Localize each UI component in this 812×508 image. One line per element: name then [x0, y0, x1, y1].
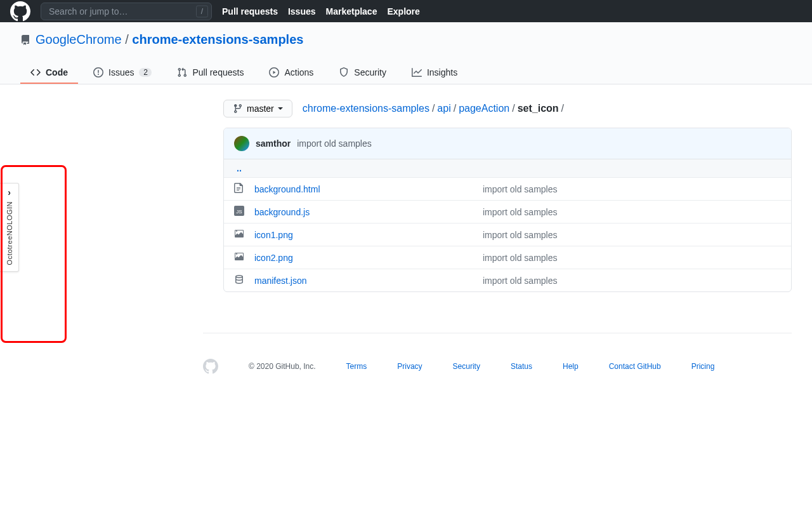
file-row[interactable]: manifest.jsonimport old samples — [224, 269, 791, 291]
file-commit-msg[interactable]: import old samples — [483, 184, 781, 194]
footer-pricing[interactable]: Pricing — [691, 362, 715, 371]
nav-explore[interactable]: Explore — [387, 6, 419, 17]
nav-issues[interactable]: Issues — [288, 6, 316, 17]
breadcrumb-api[interactable]: api — [437, 103, 450, 114]
tab-code-label: Code — [46, 67, 68, 77]
footer-links: Terms Privacy Security Status Help Conta… — [346, 362, 792, 371]
file-type-icon: JS — [234, 206, 254, 218]
tab-security-label: Security — [354, 67, 386, 77]
tab-actions[interactable]: Actions — [259, 62, 324, 84]
file-row[interactable]: icon1.pngimport old samples — [224, 224, 791, 246]
tab-pulls-label: Pull requests — [192, 67, 244, 77]
repo-owner-link[interactable]: GoogleChrome — [36, 32, 122, 46]
tab-issues[interactable]: Issues 2 — [83, 62, 162, 84]
shield-icon — [339, 67, 349, 77]
file-row[interactable]: icon2.pngimport old samples — [224, 246, 791, 269]
footer-terms[interactable]: Terms — [346, 362, 367, 371]
play-icon — [269, 67, 279, 77]
tab-code[interactable]: Code — [20, 62, 78, 84]
file-name-link[interactable]: background.html — [254, 184, 483, 194]
search-input[interactable] — [41, 3, 212, 20]
footer-copyright: © 2020 GitHub, Inc. — [249, 362, 316, 371]
code-icon — [30, 67, 41, 77]
git-branch-icon — [233, 104, 243, 114]
breadcrumb-pageaction[interactable]: pageAction — [459, 103, 509, 114]
octotree-label: OctotreeNOLOGIN — [6, 201, 13, 265]
repo-name-link[interactable]: chrome-extensions-samples — [132, 32, 303, 46]
file-commit-msg[interactable]: import old samples — [483, 230, 781, 240]
repo-icon — [20, 35, 30, 45]
latest-commit-row: samthor import old samples — [224, 128, 791, 159]
file-name-link[interactable]: manifest.json — [254, 276, 483, 286]
caret-down-icon — [278, 107, 283, 110]
global-header: / Pull requests Issues Marketplace Explo… — [0, 0, 812, 22]
tab-insights[interactable]: Insights — [402, 62, 468, 84]
repo-sep: / — [125, 32, 132, 46]
breadcrumb-current: set_icon — [518, 103, 559, 114]
file-type-icon — [234, 183, 254, 195]
file-listing: samthor import old samples .. background… — [223, 128, 792, 292]
github-logo-icon[interactable] — [10, 1, 30, 22]
tab-actions-label: Actions — [284, 67, 313, 77]
file-name-link[interactable]: icon1.png — [254, 230, 483, 240]
footer-contact[interactable]: Contact GitHub — [609, 362, 661, 371]
file-row[interactable]: background.htmlimport old samples — [224, 178, 791, 201]
octotree-panel-toggle[interactable]: › OctotreeNOLOGIN — [0, 183, 19, 272]
file-commit-msg[interactable]: import old samples — [483, 253, 781, 263]
issue-icon — [93, 67, 103, 77]
tab-issues-label: Issues — [108, 67, 134, 77]
file-commit-msg[interactable]: import old samples — [483, 276, 781, 286]
global-search: / — [41, 3, 212, 20]
commit-message[interactable]: import old samples — [297, 138, 372, 149]
footer-privacy[interactable]: Privacy — [397, 362, 422, 371]
up-directory-link[interactable]: .. — [234, 163, 242, 173]
tab-security[interactable]: Security — [329, 62, 396, 84]
file-type-icon — [234, 229, 254, 241]
repo-title: GoogleChrome / chrome-extensions-samples — [20, 32, 792, 47]
up-directory-row[interactable]: .. — [224, 159, 791, 178]
main-content: master chrome-extensions-samples/api/pag… — [203, 84, 812, 307]
tab-insights-label: Insights — [427, 67, 457, 77]
search-slash-hint: / — [196, 5, 208, 17]
file-name-link[interactable]: icon2.png — [254, 253, 483, 263]
git-pull-request-icon — [177, 67, 187, 77]
repo-tabs: Code Issues 2 Pull requests Actions Secu… — [20, 62, 792, 84]
footer-security[interactable]: Security — [453, 362, 480, 371]
file-type-icon — [234, 274, 254, 286]
footer-status[interactable]: Status — [511, 362, 532, 371]
github-mark-icon[interactable] — [203, 359, 218, 374]
path-breadcrumb: chrome-extensions-samples/api/pageAction… — [303, 103, 566, 114]
avatar[interactable] — [234, 136, 249, 151]
commit-author[interactable]: samthor — [256, 138, 291, 149]
global-nav: Pull requests Issues Marketplace Explore — [222, 6, 420, 17]
file-type-icon — [234, 251, 254, 264]
file-row[interactable]: JSbackground.jsimport old samples — [224, 201, 791, 224]
file-navigation: master chrome-extensions-samples/api/pag… — [223, 100, 792, 117]
file-commit-msg[interactable]: import old samples — [483, 207, 781, 217]
svg-text:JS: JS — [236, 209, 242, 215]
site-footer: © 2020 GitHub, Inc. Terms Privacy Securi… — [203, 333, 792, 399]
issues-count: 2 — [139, 68, 152, 77]
file-name-link[interactable]: background.js — [254, 207, 483, 217]
nav-marketplace[interactable]: Marketplace — [326, 6, 377, 17]
footer-help[interactable]: Help — [563, 362, 579, 371]
repo-header: GoogleChrome / chrome-extensions-samples… — [0, 22, 812, 84]
tab-pull-requests[interactable]: Pull requests — [167, 62, 254, 84]
chevron-right-icon[interactable]: › — [8, 187, 11, 197]
graph-icon — [412, 67, 422, 77]
branch-name: master — [247, 104, 274, 114]
nav-pull-requests[interactable]: Pull requests — [222, 6, 278, 17]
branch-select-button[interactable]: master — [223, 100, 292, 117]
breadcrumb-root[interactable]: chrome-extensions-samples — [303, 103, 429, 114]
